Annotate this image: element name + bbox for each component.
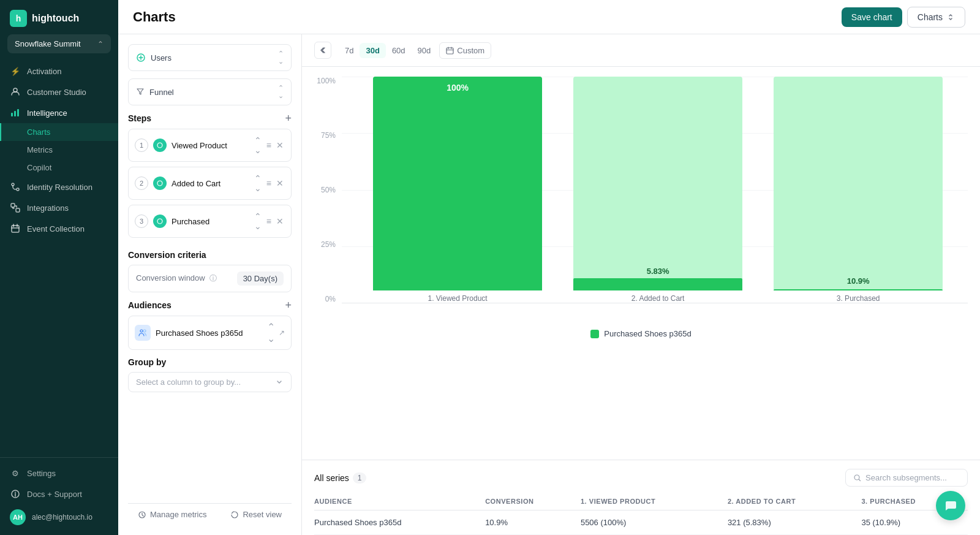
step-filter-1[interactable]: ≡ xyxy=(265,139,273,151)
step-number-3: 3 xyxy=(135,214,148,228)
user-email: alec@hightouch.io xyxy=(32,513,92,522)
audience-external-link-icon[interactable]: ↗ xyxy=(279,328,285,337)
step-row: 3 Purchased ⌃⌄ ≡ ✕ xyxy=(128,205,292,238)
calendar-icon xyxy=(446,47,454,55)
conversion-row: Conversion window ⓘ 30 Day(s) xyxy=(136,271,284,286)
sidebar-subitem-label-metrics: Metrics xyxy=(27,145,53,154)
intelligence-icon xyxy=(10,107,21,118)
user-row[interactable]: AH alec@hightouch.io xyxy=(0,504,118,530)
chart-bars-area: 100% 1. Viewed Product xyxy=(342,77,968,303)
group-by-header: Group by xyxy=(128,357,292,367)
step-name-1: Viewed Product xyxy=(172,141,248,150)
steps-section: Steps + 1 Viewed Product ⌃⌄ ≡ ✕ xyxy=(128,113,292,243)
sidebar-item-docs[interactable]: Docs + Support xyxy=(0,484,118,504)
info-icon: ⓘ xyxy=(209,274,217,283)
time-filter-custom[interactable]: Custom xyxy=(439,42,491,59)
col-audience: AUDIENCE xyxy=(314,493,485,510)
conversion-window-value: 30 Day(s) xyxy=(237,271,284,286)
step-filter-3[interactable]: ≡ xyxy=(265,215,273,227)
search-subsegments[interactable]: Search subsegments... xyxy=(845,469,968,487)
customer-studio-icon xyxy=(10,86,21,97)
model-select[interactable]: Users ⌃⌄ xyxy=(128,44,292,71)
svg-point-10 xyxy=(157,143,162,148)
group-by-select[interactable]: Select a column to group by... xyxy=(128,372,292,392)
collapse-panel-button[interactable] xyxy=(314,42,331,59)
workspace-selector[interactable]: Snowflake Summit ⌃ xyxy=(7,34,111,53)
conversion-title: Conversion criteria xyxy=(128,250,206,260)
audience-actions: ⌃⌄ ↗ xyxy=(267,321,285,344)
sidebar-item-activation[interactable]: ⚡ Activation xyxy=(0,61,118,82)
activation-icon: ⚡ xyxy=(10,66,21,77)
add-audience-button[interactable]: + xyxy=(285,300,292,311)
step-remove-3[interactable]: ✕ xyxy=(275,215,285,227)
search-placeholder: Search subsegments... xyxy=(865,473,947,482)
step-sort-1[interactable]: ⌃⌄ xyxy=(253,134,263,156)
content-area: Users ⌃⌄ Funnel ⌃⌄ Steps + 1 xyxy=(118,34,980,535)
time-filter-60d[interactable]: 60d xyxy=(386,43,412,58)
bar-light-1: 100% xyxy=(373,77,542,290)
audiences-section: Audiences + Purchased Shoes p365d ⌃⌄ ↗ xyxy=(128,300,292,350)
svg-point-13 xyxy=(140,330,143,332)
sidebar-item-label-docs: Docs + Support xyxy=(27,490,82,499)
sidebar-item-settings[interactable]: ⚙ Settings xyxy=(0,463,118,484)
y-label-25: 25% xyxy=(314,240,336,249)
chat-fab-button[interactable] xyxy=(936,491,965,520)
charts-button[interactable]: Charts xyxy=(907,7,965,28)
step-remove-2[interactable]: ✕ xyxy=(275,177,285,189)
logo: h hightouch xyxy=(0,0,118,34)
audience-row: Purchased Shoes p365d ⌃⌄ ↗ xyxy=(128,316,292,350)
topbar: Charts Save chart Charts xyxy=(118,0,980,34)
nav-section-main: ⚡ Activation Customer Studio Intelligenc… xyxy=(0,58,118,241)
workspace-chevron-icon: ⌃ xyxy=(97,40,104,48)
funnel-chart: 100% 75% 50% 25% 0% xyxy=(314,77,968,322)
left-panel: Users ⌃⌄ Funnel ⌃⌄ Steps + 1 xyxy=(118,34,302,535)
cell-viewed-product: 5506 (100%) xyxy=(581,510,728,535)
sidebar-item-customer-studio[interactable]: Customer Studio xyxy=(0,82,118,102)
chart-toolbar: 7d 30d 60d 90d Custom xyxy=(302,34,980,67)
sidebar-item-identity-resolution[interactable]: Identity Resolution xyxy=(0,176,118,197)
bar-dark-2 xyxy=(573,278,742,290)
steps-title: Steps xyxy=(128,113,151,123)
all-series-label: All series 1 xyxy=(314,472,366,484)
col-added-to-cart: 2. ADDED TO CART xyxy=(728,493,862,510)
time-filter-7d[interactable]: 7d xyxy=(339,43,360,58)
sidebar-item-integrations[interactable]: Integrations xyxy=(0,197,118,218)
step-sort-3[interactable]: ⌃⌄ xyxy=(253,210,263,232)
step-filter-2[interactable]: ≡ xyxy=(265,177,273,189)
y-label-50: 50% xyxy=(314,186,336,194)
bar-light-2: 5.83% xyxy=(573,77,742,290)
sidebar-item-intelligence[interactable]: Intelligence xyxy=(0,102,118,123)
audience-sort-icon[interactable]: ⌃⌄ xyxy=(267,321,275,344)
audiences-header: Audiences + xyxy=(128,300,292,311)
logo-text: hightouch xyxy=(32,13,79,24)
sidebar-subitem-label-copilot: Copilot xyxy=(27,163,51,172)
search-icon xyxy=(853,474,862,482)
y-label-100: 100% xyxy=(314,77,336,85)
conversion-header: Conversion criteria xyxy=(128,250,292,260)
sidebar-item-event-collection[interactable]: Event Collection xyxy=(0,218,118,239)
sidebar-subitem-metrics[interactable]: Metrics xyxy=(0,141,118,159)
bar-pct-3: 10.9% xyxy=(774,276,943,290)
time-filter-90d[interactable]: 90d xyxy=(412,43,437,58)
manage-metrics-button[interactable]: Manage metrics xyxy=(138,510,206,519)
add-step-button[interactable]: + xyxy=(285,113,292,124)
svg-rect-16 xyxy=(447,48,453,54)
reset-view-button[interactable]: Reset view xyxy=(230,510,282,519)
conversion-section: Conversion criteria Conversion window ⓘ … xyxy=(128,250,292,292)
step-remove-1[interactable]: ✕ xyxy=(275,139,285,151)
settings-icon: ⚙ xyxy=(10,468,21,479)
bar-xlabel-3: 3. Purchased xyxy=(837,294,880,303)
sidebar-subitem-copilot[interactable]: Copilot xyxy=(0,159,118,176)
svg-rect-8 xyxy=(12,226,19,232)
group-by-placeholder: Select a column to group by... xyxy=(136,378,241,387)
table-row: Purchased Shoes p365d 10.9% 5506 (100%) … xyxy=(314,510,968,535)
step-row: 2 Added to Cart ⌃⌄ ≡ ✕ xyxy=(128,167,292,200)
cell-conversion: 10.9% xyxy=(485,510,581,535)
step-number-2: 2 xyxy=(135,176,148,190)
save-chart-button[interactable]: Save chart xyxy=(842,7,902,27)
time-filter-30d[interactable]: 30d xyxy=(360,43,385,58)
chart-type-select[interactable]: Funnel ⌃⌄ xyxy=(128,78,292,105)
docs-icon xyxy=(10,488,21,499)
step-sort-2[interactable]: ⌃⌄ xyxy=(253,172,263,194)
sidebar-subitem-charts[interactable]: Charts xyxy=(0,123,118,141)
